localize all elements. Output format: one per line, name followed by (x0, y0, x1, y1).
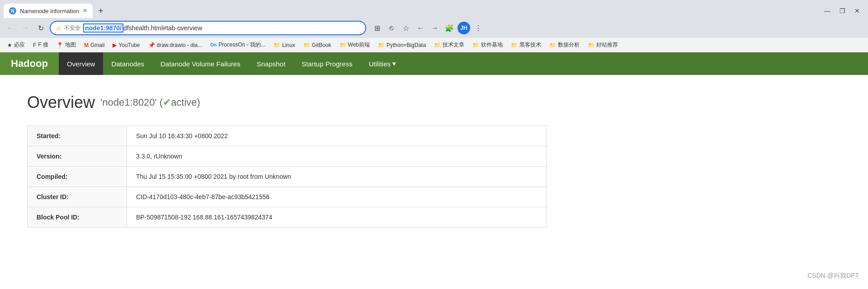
bookmark-software[interactable]: 📁 软件基地 (469, 40, 506, 50)
address-bar: ← → ↻ ⚠ 不安全 node1:9870/dfshealth.html#ta… (0, 18, 868, 38)
nav-startup-progress[interactable]: Startup Progress (293, 52, 361, 75)
youtube-icon: ▶ (113, 42, 117, 48)
nav-datanodes[interactable]: Datanodes (103, 52, 152, 75)
bookmark-sites[interactable]: 📁 好站推荐 (584, 40, 622, 50)
table-row: Block Pool ID: BP-509871508-192.168.88.1… (28, 207, 547, 228)
profile-icon[interactable]: JH (458, 22, 470, 34)
bookmark-youtube[interactable]: ▶ YouTube (109, 41, 143, 49)
bookmark-web[interactable]: 📁 Web前端 (336, 40, 373, 50)
tab-favicon: N (9, 7, 16, 14)
tech-folder-icon: 📁 (434, 42, 441, 48)
extensions-icon[interactable]: 🧩 (443, 22, 456, 34)
row-value: BP-509871508-192.168.88.161-165743982437… (127, 207, 547, 228)
url-bar[interactable]: ⚠ 不安全 node1:9870/dfshealth.html#tab-over… (50, 21, 366, 35)
back-button[interactable]: ← (4, 22, 16, 34)
main-content: Overview 'node1:8020' (✔active) Started:… (0, 75, 868, 246)
nav-datanode-volume-failures[interactable]: Datanode Volume Failures (152, 52, 249, 75)
fsearch-icon: F (33, 42, 36, 48)
active-tab[interactable]: N Namenode information × (4, 4, 93, 18)
linux-folder-icon: 📁 (274, 42, 280, 48)
bookmark-label: draw.drawio - dia... (157, 42, 203, 48)
security-text: 不安全 (64, 24, 80, 32)
bookmark-label: 数据分析 (558, 41, 580, 49)
row-label: Cluster ID: (28, 187, 127, 207)
bookmark-label: Gmail (90, 42, 104, 48)
bookmark-label: ProcessOn - 我的... (218, 41, 265, 49)
bookmark-gitbook[interactable]: 📁 GitBook (300, 41, 335, 49)
row-label: Version: (28, 146, 127, 167)
url-rest: dfshealth.html#tab-overview (123, 24, 202, 32)
tab-title: Namenode information (20, 8, 80, 14)
bookmark-map[interactable]: 📍 地图 (53, 40, 80, 50)
web-folder-icon: 📁 (340, 42, 346, 48)
gitbook-folder-icon: 📁 (303, 42, 310, 48)
bookmark-fsearch[interactable]: F F 搜 (29, 40, 52, 50)
hadoop-nav-items: Overview Datanodes Datanode Volume Failu… (59, 52, 404, 75)
url-highlighted: node1:9870/ (83, 23, 123, 33)
row-value: CID-4170d103-480c-4eb7-87be-ac93b5421556 (127, 187, 547, 207)
sites-folder-icon: 📁 (588, 42, 594, 48)
nav-snapshot[interactable]: Snapshot (249, 52, 293, 75)
hadoop-brand: Hadoop (0, 52, 59, 75)
url-text: node1:9870/dfshealth.html#tab-overview (83, 24, 360, 32)
address-bar-actions: ⊞ ⎋ ☆ ← → 🧩 JH ⋮ (371, 22, 485, 34)
forward-button[interactable]: → (19, 22, 32, 34)
nav-utilities[interactable]: Utilities ▾ (361, 52, 404, 75)
history-forward-icon[interactable]: → (429, 22, 441, 34)
qr-code-icon[interactable]: ⊞ (371, 22, 383, 34)
share-icon[interactable]: ⎋ (385, 22, 398, 34)
bookmark-processon[interactable]: On ProcessOn - 我的... (207, 40, 269, 50)
bookmark-label: 必应 (14, 41, 25, 49)
hadoop-nav: Hadoop Overview Datanodes Datanode Volum… (0, 52, 868, 75)
node-info: 'node1:8020' (✔active) (100, 97, 200, 108)
bookmark-label: 好站推荐 (596, 41, 618, 49)
bookmark-bixing[interactable]: ★ 必应 (4, 40, 28, 50)
overview-table: Started: Sun Jul 10 16:43:30 +0800 2022 … (27, 126, 547, 228)
new-tab-button[interactable]: + (94, 5, 107, 17)
table-row: Started: Sun Jul 10 16:43:30 +0800 2022 (28, 126, 547, 146)
security-icon: ⚠ (56, 25, 61, 32)
row-label: Started: (28, 126, 127, 146)
page-title: Overview 'node1:8020' (✔active) (27, 93, 841, 112)
bookmark-label: 黑客技术 (519, 41, 541, 49)
more-menu-icon[interactable]: ⋮ (472, 22, 485, 34)
bookmark-data[interactable]: 📁 数据分析 (546, 40, 583, 50)
bixing-icon: ★ (7, 42, 12, 48)
window-controls: — ❐ ✕ (821, 7, 864, 14)
python-folder-icon: 📁 (378, 42, 385, 48)
bookmark-linux[interactable]: 📁 Linux (270, 41, 299, 49)
history-back-icon[interactable]: ← (414, 22, 427, 34)
hacker-folder-icon: 📁 (511, 42, 518, 48)
row-label: Compiled: (28, 167, 127, 187)
bookmark-gmail[interactable]: M Gmail (80, 41, 108, 49)
processon-icon: On (210, 42, 217, 47)
row-value: Thu Jul 15 15:35:00 +0800 2021 by root f… (127, 167, 547, 187)
bookmark-star-icon[interactable]: ☆ (400, 22, 412, 34)
bookmark-label: GitBook (312, 42, 331, 48)
close-window-button[interactable]: ✕ (852, 7, 863, 14)
bookmark-label: Web前端 (348, 41, 370, 49)
table-row: Version: 3.3.0, rUnknown (28, 146, 547, 167)
map-icon: 📍 (57, 42, 63, 48)
bookmark-python[interactable]: 📁 Python+BigData (374, 41, 429, 49)
dropdown-arrow-icon: ▾ (392, 60, 396, 68)
gmail-icon: M (84, 42, 89, 48)
tab-close-button[interactable]: × (83, 7, 87, 14)
maximize-button[interactable]: ❐ (837, 7, 848, 14)
bookmark-tech[interactable]: 📁 技术文章 (430, 40, 468, 50)
bookmark-label: 技术文章 (443, 41, 464, 49)
bookmark-label: F 搜 (38, 41, 48, 49)
bookmark-label: 地图 (65, 41, 76, 49)
row-label: Block Pool ID: (28, 207, 127, 228)
refresh-button[interactable]: ↻ (34, 22, 47, 34)
bookmark-drawio[interactable]: 📌 draw.drawio - dia... (145, 41, 206, 49)
bookmark-hacker[interactable]: 📁 黑客技术 (507, 40, 545, 50)
bookmark-label: 软件基地 (481, 41, 503, 49)
nav-overview[interactable]: Overview (59, 52, 104, 75)
browser-chrome: N Namenode information × + — ❐ ✕ ← → ↻ ⚠… (0, 0, 868, 52)
software-folder-icon: 📁 (472, 42, 479, 48)
table-row: Compiled: Thu Jul 15 15:35:00 +0800 2021… (28, 167, 547, 187)
bookmark-label: Python+BigData (387, 42, 426, 48)
minimize-button[interactable]: — (821, 7, 833, 14)
table-row: Cluster ID: CID-4170d103-480c-4eb7-87be-… (28, 187, 547, 207)
